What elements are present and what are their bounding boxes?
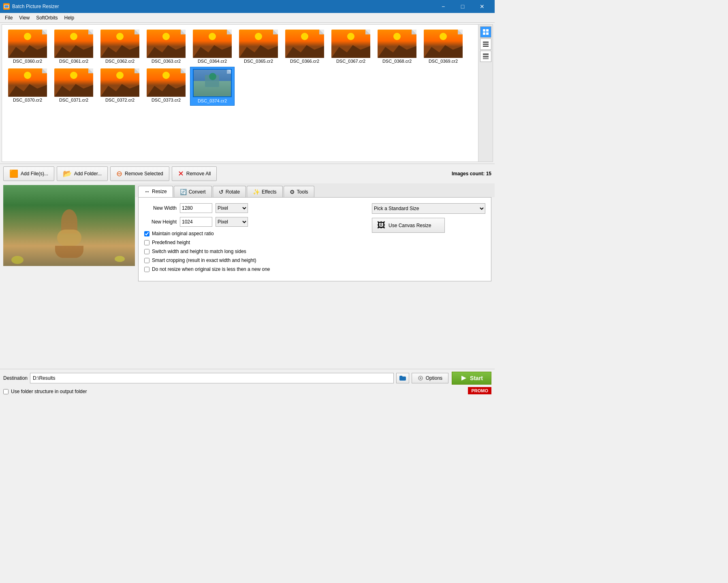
list-item[interactable]: DSC_0366.cr2	[282, 28, 327, 65]
list-item[interactable]: DSC_0372.cr2	[98, 67, 142, 106]
image-grid-container: DSC_0360.cr2 DSC_0361.cr2 DSC_0362.cr2 D…	[2, 24, 493, 162]
list-item[interactable]: DSC_0369.cr2	[421, 28, 465, 65]
list-item[interactable]: DSC_0368.cr2	[375, 28, 419, 65]
tab-rotate[interactable]: ↺ Rotate	[213, 186, 246, 197]
tab-effects-label: Effects	[262, 189, 276, 195]
add-folder-button[interactable]: 📂 Add Folder...	[57, 166, 108, 181]
image-thumbnail	[378, 30, 416, 58]
svg-rect-2	[4, 5, 9, 8]
tab-tools[interactable]: ⚙ Tools	[284, 186, 314, 197]
new-height-input[interactable]	[180, 217, 212, 227]
image-thumbnail	[54, 68, 93, 97]
destination-input[interactable]	[30, 373, 394, 383]
do-not-resize-checkbox[interactable]	[144, 267, 149, 272]
promo-badge: PROMO	[468, 387, 491, 394]
options-button[interactable]: Options	[412, 373, 448, 383]
resize-tab-icon: ↔	[144, 188, 150, 195]
settings-area: ↔ Resize 🔄 Convert ↺ Rotate ✨	[0, 183, 495, 398]
image-thumbnail	[193, 69, 232, 97]
remove-all-button[interactable]: ✕ Remove All	[172, 166, 217, 181]
image-filename: DSC_0361.cr2	[59, 59, 88, 64]
minimize-button[interactable]: −	[434, 0, 453, 13]
tab-effects[interactable]: ✨ Effects	[247, 186, 282, 197]
folder-icon	[399, 376, 406, 381]
add-folder-label: Add Folder...	[74, 171, 102, 177]
folder-structure-checkbox[interactable]	[3, 389, 9, 394]
image-thumbnail	[100, 30, 139, 58]
canvas-resize-button[interactable]: 🖼 Use Canvas Resize	[372, 218, 445, 233]
switch-width-height-checkbox[interactable]	[144, 249, 149, 254]
tab-rotate-label: Rotate	[226, 189, 240, 195]
tabs-panel: ↔ Resize 🔄 Convert ↺ Rotate ✨	[135, 183, 495, 197]
new-width-input[interactable]	[180, 203, 212, 213]
maintain-aspect-row: Maintain original aspect ratio	[144, 231, 360, 236]
predefined-height-row: Predefined height	[144, 240, 360, 245]
new-width-row: New Width Pixel Percent Centimeter Inch	[144, 203, 360, 213]
list-item[interactable]: DSC_0370.cr2	[5, 67, 50, 106]
title-bar: Batch Picture Resizer − □ ✕	[0, 0, 495, 13]
image-filename: DSC_0372.cr2	[105, 98, 134, 102]
image-filename: DSC_0374.cr2	[196, 98, 228, 104]
destination-row: Destination Options Start	[3, 372, 491, 385]
destination-area: Destination Options Start	[0, 369, 495, 398]
image-thumbnail	[285, 30, 324, 58]
image-filename: DSC_0366.cr2	[290, 59, 319, 64]
tab-resize[interactable]: ↔ Resize	[138, 186, 173, 197]
add-files-button[interactable]: 🟧 Add File(s)...	[3, 166, 54, 181]
list-item[interactable]: DSC_0374.cr2	[190, 67, 235, 106]
list-item[interactable]: DSC_0362.cr2	[98, 28, 142, 65]
settings-panel: New Width Pixel Percent Centimeter Inch	[138, 197, 491, 281]
list-item[interactable]: DSC_0371.cr2	[51, 67, 96, 106]
remove-all-icon: ✕	[178, 169, 184, 178]
menu-help[interactable]: Help	[61, 14, 78, 21]
new-height-label: New Height	[144, 219, 177, 225]
predefined-height-checkbox[interactable]	[144, 240, 149, 245]
close-button[interactable]: ✕	[473, 0, 491, 13]
view-list-button[interactable]	[480, 38, 491, 50]
remove-all-label: Remove All	[186, 171, 211, 177]
width-unit-select[interactable]: Pixel Percent Centimeter Inch	[216, 203, 248, 213]
image-filename: DSC_0365.cr2	[244, 59, 273, 64]
list-item[interactable]: DSC_0361.cr2	[51, 28, 96, 65]
smart-cropping-row: Smart cropping (result in exact width an…	[144, 257, 360, 263]
settings-right: Pick a Standard Size 640 × 480 800 × 600…	[372, 203, 485, 275]
smart-cropping-label: Smart cropping (result in exact width an…	[152, 257, 256, 263]
svg-rect-9	[483, 46, 489, 47]
add-folder-icon: 📂	[63, 169, 72, 178]
list-item[interactable]: DSC_0373.cr2	[144, 67, 188, 106]
smart-cropping-checkbox[interactable]	[144, 258, 149, 263]
tab-convert[interactable]: 🔄 Convert	[174, 186, 212, 197]
menu-file[interactable]: File	[2, 14, 16, 21]
image-thumbnail	[424, 30, 463, 58]
view-grid-button[interactable]	[480, 26, 491, 38]
main-container: DSC_0360.cr2 DSC_0361.cr2 DSC_0362.cr2 D…	[0, 23, 495, 398]
switch-width-height-row: Switch width and height to match long si…	[144, 249, 360, 254]
start-button[interactable]: Start	[452, 372, 491, 385]
svg-rect-11	[483, 56, 489, 57]
svg-marker-15	[461, 376, 466, 381]
remove-selected-button[interactable]: ⊖ Remove Selected	[110, 166, 169, 181]
destination-browse-button[interactable]	[396, 373, 409, 383]
tools-tab-icon: ⚙	[290, 189, 295, 195]
new-width-label: New Width	[144, 205, 177, 211]
view-detail-button[interactable]	[480, 51, 491, 62]
list-item[interactable]: DSC_0360.cr2	[5, 28, 50, 65]
menu-softorbits[interactable]: SoftOrbits	[33, 14, 61, 21]
settings-left: New Width Pixel Percent Centimeter Inch	[144, 203, 360, 275]
maintain-aspect-checkbox[interactable]	[144, 231, 149, 236]
height-unit-select[interactable]: Pixel Percent Centimeter Inch	[216, 217, 248, 227]
image-filename: DSC_0371.cr2	[59, 98, 88, 102]
images-count: Images count: 15	[452, 171, 491, 177]
image-thumbnail	[8, 68, 47, 97]
tab-tools-label: Tools	[297, 189, 308, 195]
image-filename: DSC_0369.cr2	[429, 59, 458, 64]
list-item[interactable]: DSC_0363.cr2	[144, 28, 188, 65]
list-item[interactable]: DSC_0364.cr2	[190, 28, 235, 65]
standard-size-select[interactable]: Pick a Standard Size 640 × 480 800 × 600…	[372, 203, 485, 214]
list-item[interactable]: DSC_0365.cr2	[236, 28, 281, 65]
menu-view[interactable]: View	[16, 14, 33, 21]
image-thumbnail	[100, 68, 139, 97]
maximize-button[interactable]: □	[453, 0, 472, 13]
image-filename: DSC_0367.cr2	[336, 59, 365, 64]
list-item[interactable]: DSC_0367.cr2	[329, 28, 373, 65]
